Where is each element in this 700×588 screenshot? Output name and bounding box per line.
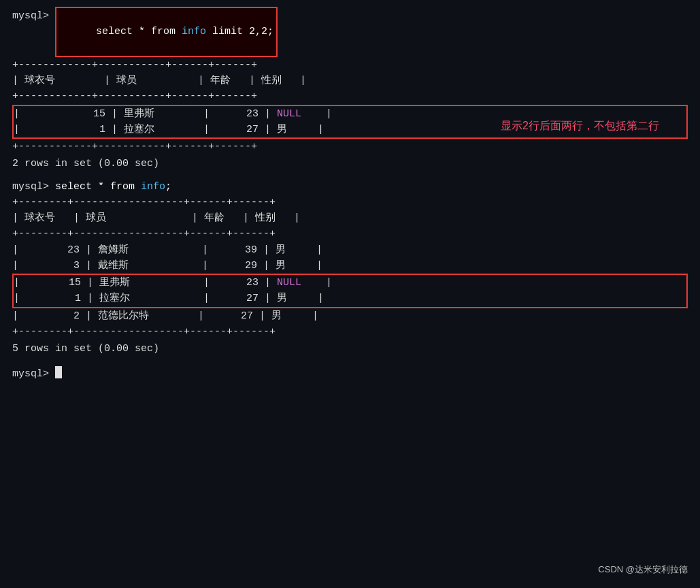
final-prompt-line: mysql> [12,366,688,382]
prompt2: mysql> [12,179,55,195]
table2-header: | 球衣号 | 球员 | 年龄 | 性别 | [12,210,688,226]
table2-row4: | 1 | 拉塞尔 | 27 | 男 | [14,291,686,306]
terminal: mysql> select * from info limit 2,2; +--… [0,0,700,588]
table2-bot-sep: +--------+------------------+------+----… [12,324,688,340]
table2-wrapper: +--------+------------------+------+----… [12,195,688,357]
table1-header: | 球衣号 | 球员 | 年龄 | 性别 | [12,73,688,88]
cursor [55,366,62,378]
q2-semi: ; [165,179,171,195]
table1-header-sep: +------------+-----------+------+------+ [12,88,688,104]
table2-result: 5 rows in set (0.00 sec) [12,341,688,357]
q1-args: 2,2; [243,26,273,37]
watermark: CSDN @达米安利拉德 [598,564,688,576]
q1-from: from [151,26,176,37]
table2-row1: | 23 | 詹姆斯 | 39 | 男 | [12,242,688,258]
table2-top-sep: +--------+------------------+------+----… [12,195,688,210]
table1-bot-sep: +------------+-----------+------+------+ [12,139,688,154]
q1-star: * [133,26,151,37]
table1-wrapper: +------------+-----------+------+------+… [12,57,688,172]
q2-star: * [92,179,110,195]
annotation: 显示2行后面两行，不包括第二行 [501,119,659,133]
table1-top-sep: +------------+-----------+------+------+ [12,57,688,73]
table2-row5: | 2 | 范德比尔特 | 27 | 男 | [12,308,688,324]
final-prompt: mysql> [12,366,55,382]
q1-select: select [96,26,133,37]
q1-limit: limit [212,26,243,37]
table1-result: 2 rows in set (0.00 sec) [12,156,688,172]
query1-line: mysql> select * from info limit 2,2; [12,7,688,57]
q2-select: select [55,179,92,195]
prompt1: mysql> [12,8,55,24]
q1-info: info [176,26,212,37]
q2-info: info [135,179,165,195]
table2-header-sep: +--------+------------------+------+----… [12,226,688,242]
table2-row3: | 15 | 里弗斯 | 23 | NULL | [14,275,686,291]
query2-line: mysql> select * from info ; [12,179,688,195]
table2-row2: | 3 | 戴维斯 | 29 | 男 | [12,258,688,274]
q2-from: from [110,179,135,195]
